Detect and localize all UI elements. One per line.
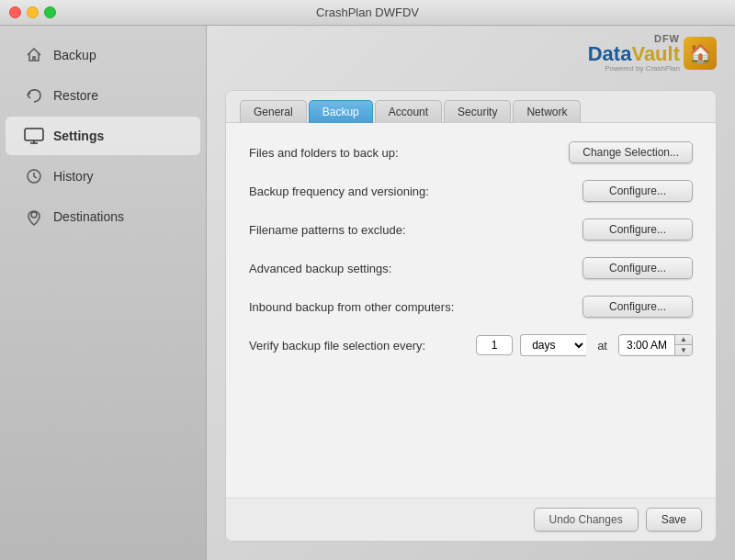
sidebar-destinations-label: Destinations — [53, 209, 124, 224]
time-down-button[interactable]: ▼ — [675, 345, 692, 355]
minimize-button[interactable] — [27, 6, 39, 18]
sidebar-settings-label: Settings — [53, 129, 104, 143]
main-content: DFW DataVault Powered by CrashPlan 🏠 Gen… — [207, 26, 735, 560]
setting-label-inbound: Inbound backup from other computers: — [249, 300, 454, 314]
logo-data: Data — [588, 42, 632, 65]
tab-account[interactable]: Account — [375, 100, 442, 123]
time-stepper: ▲ ▼ — [674, 335, 692, 355]
tab-network[interactable]: Network — [513, 100, 581, 123]
sidebar-item-settings[interactable]: Settings — [6, 117, 200, 155]
configure-advanced-button[interactable]: Configure... — [582, 257, 693, 279]
sidebar-history-label: History — [53, 169, 94, 184]
svg-point-2 — [31, 212, 37, 218]
close-button[interactable] — [9, 6, 21, 18]
time-value: 3:00 AM — [619, 336, 674, 354]
setting-row-inbound: Inbound backup from other computers: Con… — [249, 296, 693, 318]
verify-controls: days hours weeks at 3:00 AM ▲ ▼ — [476, 334, 693, 356]
undo-button[interactable]: Undo Changes — [534, 508, 639, 532]
monitor-icon — [24, 126, 44, 146]
svg-rect-0 — [25, 129, 43, 140]
window-title: CrashPlan DWFDV — [316, 6, 419, 19]
setting-row-verify: Verify backup file selection every: days… — [249, 334, 693, 356]
restore-icon — [24, 85, 44, 106]
configure-inbound-button[interactable]: Configure... — [582, 296, 693, 318]
setting-row-advanced: Advanced backup settings: Configure... — [249, 257, 693, 279]
sidebar-item-destinations[interactable]: Destinations — [6, 197, 200, 236]
logo-vault: Vault — [631, 42, 680, 65]
logo-area: DFW DataVault Powered by CrashPlan 🏠 — [588, 33, 717, 73]
sidebar: Backup Restore Settings — [0, 26, 207, 560]
bottom-bar: Undo Changes Save — [226, 498, 716, 541]
verify-label: Verify backup file selection every: — [249, 339, 425, 353]
sidebar-backup-label: Backup — [53, 48, 96, 62]
configure-patterns-button[interactable]: Configure... — [582, 218, 693, 241]
window-controls — [9, 6, 56, 18]
setting-row-frequency: Backup frequency and versioning: Configu… — [249, 180, 693, 202]
save-button[interactable]: Save — [646, 508, 702, 532]
sidebar-restore-label: Restore — [53, 88, 98, 103]
logo-powered: Powered by CrashPlan — [605, 64, 680, 73]
sidebar-item-restore[interactable]: Restore — [6, 76, 200, 115]
tab-security[interactable]: Security — [444, 100, 511, 123]
time-up-button[interactable]: ▲ — [675, 335, 692, 345]
setting-label-patterns: Filename patterns to exclude: — [249, 223, 406, 237]
time-input-control: 3:00 AM ▲ ▼ — [618, 334, 693, 356]
logo-house-icon: 🏠 — [684, 37, 717, 70]
change-selection-button[interactable]: Change Selection... — [569, 141, 693, 163]
setting-label-frequency: Backup frequency and versioning: — [249, 185, 429, 198]
maximize-button[interactable] — [44, 6, 56, 18]
setting-label-advanced: Advanced backup settings: — [249, 262, 391, 275]
pin-icon — [24, 207, 44, 227]
verify-unit-dropdown[interactable]: days hours weeks — [520, 334, 586, 356]
setting-label-files: Files and folders to back up: — [249, 146, 399, 160]
titlebar: CrashPlan DWFDV — [0, 0, 735, 26]
sidebar-item-history[interactable]: History — [6, 157, 200, 196]
configure-frequency-button[interactable]: Configure... — [582, 180, 693, 202]
sidebar-item-backup[interactable]: Backup — [6, 36, 200, 74]
at-label: at — [597, 339, 607, 353]
settings-panel: General Backup Account Security Network … — [225, 90, 717, 542]
settings-content: Files and folders to back up: Change Sel… — [226, 123, 716, 498]
tab-backup[interactable]: Backup — [309, 100, 373, 123]
verify-unit-select: days hours weeks — [520, 334, 586, 356]
setting-row-patterns: Filename patterns to exclude: Configure.… — [249, 218, 693, 241]
tab-general[interactable]: General — [240, 100, 307, 123]
home-icon — [24, 45, 44, 65]
setting-row-files: Files and folders to back up: Change Sel… — [249, 141, 693, 163]
verify-interval-input[interactable] — [476, 335, 513, 355]
clock-icon — [24, 166, 44, 186]
settings-tabs: General Backup Account Security Network — [226, 91, 716, 123]
